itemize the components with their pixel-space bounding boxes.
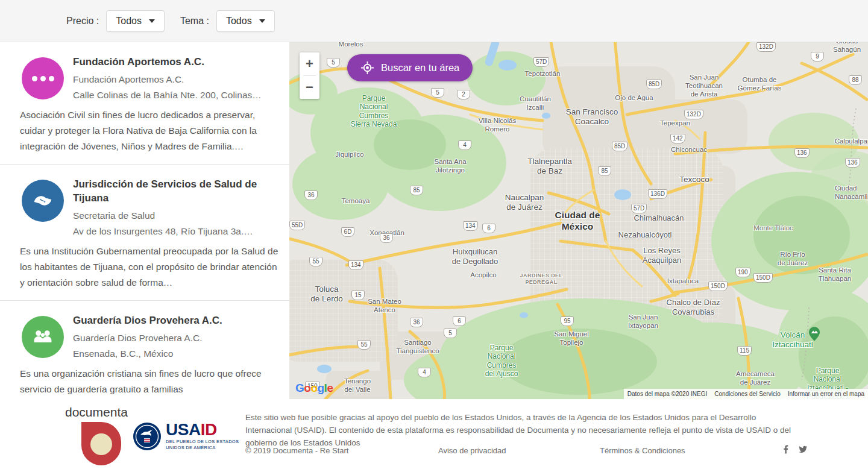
filter-bar: Precio : Todos Tema : Todos xyxy=(0,0,868,42)
search-area-button[interactable]: Buscar en tu área xyxy=(347,54,473,81)
map-label: San Juan Teotihuacan de Arista xyxy=(685,74,723,98)
usaid-seal-icon xyxy=(133,422,162,451)
road-shield: 136 xyxy=(794,148,810,158)
item-address: Av de los Insurgentes 48, Río Tijuana 3a… xyxy=(73,224,280,239)
privacy-link[interactable]: Aviso de privacidad xyxy=(438,446,506,455)
road-shield: 150D xyxy=(753,273,773,283)
map-label: Santa Ana Jilotzingo xyxy=(434,158,466,175)
road-shield: 85 xyxy=(598,166,611,176)
map-label: Naucalpan de Juárez xyxy=(505,193,544,212)
volcano-pin-icon xyxy=(809,327,820,344)
item-address: Ensenada, B.C., México xyxy=(73,346,280,362)
usaid-logo: USAID DEL PUEBLO DE LOS ESTADOS UNIDOS D… xyxy=(133,422,239,451)
map-label: Amecameca de Juárez xyxy=(736,370,775,387)
road-shield: 15 xyxy=(351,291,365,300)
road-shield: 36 xyxy=(304,190,318,200)
tema-value: Todos xyxy=(226,16,252,27)
google-logo[interactable]: Google xyxy=(295,382,333,395)
map-label: Chimalhuacán xyxy=(634,213,684,223)
map-label: San Mateo Atenco xyxy=(368,298,401,315)
tema-dropdown[interactable]: Todos xyxy=(216,10,275,32)
road-shield: 134 xyxy=(348,260,363,270)
map-label: Texcoco xyxy=(679,175,709,184)
road-shield: 142 xyxy=(670,134,685,143)
map-label: Otumba de Gómez Farías xyxy=(738,76,782,93)
zoom-in-button[interactable]: + xyxy=(300,52,319,75)
road-shield: 6 xyxy=(453,316,466,326)
map-label: Tlalnepantla de Baz xyxy=(527,157,572,176)
map-park-label: Parque Nacional Cumbres del Ajusco xyxy=(485,344,518,379)
map-label: San Juan Ixtayopan xyxy=(628,313,658,330)
road-shield: 55D xyxy=(289,221,305,230)
road-shield: 36 xyxy=(380,233,393,243)
road-shield: 6D xyxy=(341,227,354,237)
map-label: Río Frío de Juárez xyxy=(778,251,808,268)
map-label: Chiconcuac xyxy=(671,146,707,154)
map-zoom-control: + − xyxy=(300,52,319,99)
map-canvas[interactable]: Morelos Tepotzotlán Cuautitlán Izcalli V… xyxy=(289,42,868,399)
road-shield: 115 xyxy=(737,346,752,356)
road-shield: 36 xyxy=(410,318,423,327)
precio-value: Todos xyxy=(116,16,142,27)
map-label: Temoaya xyxy=(342,197,370,206)
usaid-tagline: DEL PUEBLO DE LOS ESTADOS UNIDOS DE AMÉR… xyxy=(166,439,239,451)
chevron-down-icon xyxy=(259,19,265,23)
twitter-icon[interactable] xyxy=(798,445,808,456)
map-label: Ciudad de México xyxy=(555,210,600,232)
list-item[interactable]: Jurisdicción de Servicios de Salud de Ti… xyxy=(0,165,289,301)
road-shield: 5 xyxy=(327,58,340,68)
usaid-wordmark: USAID xyxy=(166,420,217,439)
road-shield: 4 xyxy=(458,140,471,150)
documenta-logo-mark xyxy=(81,422,121,465)
map-label: Nezahualcóyotl xyxy=(618,230,672,240)
precio-dropdown[interactable]: Todos xyxy=(106,10,165,32)
map-label: Santa Rita Tlahuapan xyxy=(819,266,851,283)
map-label: Tepexpan xyxy=(660,119,690,128)
road-shield: 5 xyxy=(444,329,457,338)
map-label: Toluca de Lerdo xyxy=(310,285,342,304)
footer-disclaimer: Este sitio web fue posible gracias al ap… xyxy=(245,411,791,449)
map-label: Tenango del Valle xyxy=(344,377,371,394)
road-shield: 132D xyxy=(684,110,703,119)
map-label: Villa Nicolás Romero xyxy=(479,117,516,134)
item-title: Guardería Dios Provehera A.C. xyxy=(73,313,272,327)
map-label: Cuautitlán Izcalli xyxy=(520,95,551,112)
terms-link[interactable]: Términos & Condiciones xyxy=(600,446,685,455)
road-shield: 134 xyxy=(463,221,478,231)
map-label: Los Reyes Acaquilpan xyxy=(643,246,681,265)
road-shield: 136 xyxy=(845,158,860,168)
road-shield: 57D xyxy=(533,57,549,67)
locate-icon xyxy=(360,61,374,75)
documenta-wordmark: documenta xyxy=(65,405,128,420)
map-label: Calpulalpan xyxy=(835,137,868,146)
facebook-icon[interactable] xyxy=(781,445,790,456)
report-map-error-link[interactable]: Informar un error en el mapa xyxy=(784,389,868,399)
map-label: Monte Tláloc xyxy=(753,224,793,233)
map-label: Ciudad Sahagún xyxy=(833,42,861,54)
terms-of-service-link[interactable]: Condiciones del Servicio xyxy=(711,389,784,399)
road-shield: 150D xyxy=(708,282,728,291)
footer: documenta USAID DEL PUEBLO DE LOS ESTADO… xyxy=(0,399,868,475)
tema-label: Tema : xyxy=(180,16,209,27)
results-list: Fundación Aportemos A.C. Fundación Aport… xyxy=(0,42,289,399)
zoom-out-button[interactable]: − xyxy=(300,76,319,99)
road-shield: 132D xyxy=(756,42,776,52)
list-item[interactable]: Guardería Dios Provehera A.C. Guardería … xyxy=(0,301,289,399)
list-item[interactable]: Fundación Aportemos A.C. Fundación Aport… xyxy=(0,42,289,165)
map-label: Santiago Tianguistenco xyxy=(396,339,439,356)
map-data-credit: Datos del mapa ©2020 INEGI xyxy=(624,389,711,399)
map-park-label: Parque Nacional Cumbres Sierra Nevada xyxy=(351,94,397,129)
item-subtitle: Guardería Dios Provehera A.C. xyxy=(73,330,280,346)
road-shield: 55 xyxy=(309,257,322,266)
copyright-text: © 2019 Documenta - Re Start xyxy=(245,446,348,455)
road-shield: 57D xyxy=(631,204,647,213)
map-label: Ojo de Agua xyxy=(615,94,653,102)
map-label: Tepotzotlán xyxy=(525,70,561,78)
road-shield: 85 xyxy=(410,186,423,195)
road-shield: 9 xyxy=(811,52,824,61)
road-shield: 4 xyxy=(418,368,431,377)
map-label: Jiquipilco xyxy=(335,151,363,159)
item-title: Fundación Aportemos A.C. xyxy=(73,55,272,69)
item-description: Es una Institución Gubernamental preocup… xyxy=(20,244,280,291)
road-shield: 55 xyxy=(357,340,371,350)
